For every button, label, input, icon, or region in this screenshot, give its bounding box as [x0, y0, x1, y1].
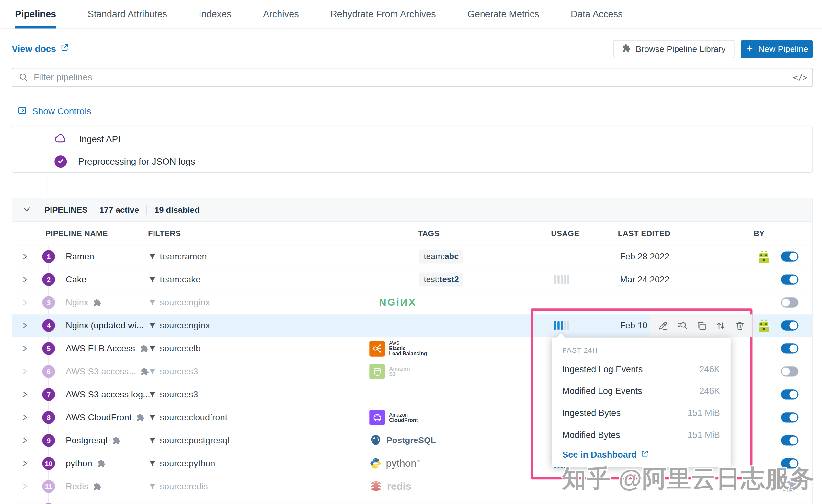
- new-pipeline-label: New Pipeline: [758, 44, 808, 54]
- usage-popup: PAST 24H Ingested Log Events 246KModifie…: [551, 339, 731, 467]
- disabled-count: 19 disabled: [154, 205, 199, 215]
- chevron-down-icon[interactable]: [22, 204, 32, 216]
- pipeline-order-badge: 6: [42, 365, 55, 378]
- view-processors-icon[interactable]: [677, 320, 687, 331]
- tag-chip[interactable]: test:test2: [419, 273, 464, 287]
- view-docs-link[interactable]: View docs: [12, 43, 69, 55]
- log-pipelines-page: PipelinesStandard AttributesIndexesArchi…: [0, 0, 822, 504]
- tab-standard-attributes[interactable]: Standard Attributes: [87, 0, 167, 28]
- pipeline-order-badge: 11: [42, 480, 55, 493]
- filter-funnel-icon: [149, 368, 156, 375]
- usage-bars[interactable]: [554, 321, 569, 330]
- pipeline-table-row[interactable]: 1 Ramen team:ramen team:abc Feb 28 2022: [12, 245, 812, 268]
- pipeline-name: python: [66, 458, 105, 468]
- ingest-api-row[interactable]: Ingest API: [54, 131, 120, 147]
- popup-divider: [562, 445, 720, 445]
- pipeline-name: Nginx (updated wi...: [66, 320, 144, 331]
- chevron-right-icon[interactable]: [21, 276, 29, 284]
- external-link-icon: [641, 450, 649, 460]
- view-docs-label: View docs: [12, 43, 56, 54]
- filter-query-label: source:s3: [160, 389, 198, 399]
- preprocessing-row[interactable]: Preprocessing for JSON logs: [54, 155, 195, 168]
- pipeline-enabled-toggle[interactable]: [781, 297, 798, 308]
- pipeline-enabled-toggle[interactable]: [781, 320, 798, 331]
- tag-chip[interactable]: team:abc: [419, 250, 464, 264]
- clone-icon[interactable]: [696, 320, 706, 331]
- tags-cell: team:abc: [369, 250, 463, 264]
- filter-query-label: source:nginx: [160, 297, 210, 308]
- pipeline-enabled-toggle[interactable]: [781, 481, 798, 491]
- pipeline-name-label: Ramen: [66, 251, 94, 262]
- pipeline-table-row[interactable]: 2 Cake team:cake test:test2 Mar 24 2022: [12, 268, 812, 291]
- pipeline-filter: source:s3: [149, 389, 198, 399]
- tab-data-access[interactable]: Data Access: [571, 0, 623, 28]
- chevron-right-icon[interactable]: [21, 345, 29, 353]
- preprocessing-label: Preprocessing for JSON logs: [78, 156, 195, 167]
- reorder-icon[interactable]: [716, 320, 726, 331]
- usage-bars[interactable]: [554, 275, 569, 284]
- chevron-right-icon[interactable]: [21, 299, 29, 307]
- tab-rehydrate-from-archives[interactable]: Rehydrate From Archives: [330, 0, 436, 28]
- edit-icon[interactable]: [658, 320, 668, 331]
- pipeline-name-label: AWS S3 access...: [66, 366, 136, 376]
- pipeline-enabled-toggle[interactable]: [781, 251, 798, 262]
- tab-indexes[interactable]: Indexes: [198, 0, 231, 28]
- metric-label: Ingested Bytes: [562, 408, 621, 418]
- filter-funnel-icon: [149, 345, 156, 352]
- pipeline-table-row[interactable]: 3 Nginx source:nginx NGiИX: [12, 291, 812, 314]
- popup-metric-row: Ingested Log Events 246K: [562, 358, 720, 380]
- filter-query-label: source:elb: [160, 343, 200, 353]
- delete-icon[interactable]: [735, 320, 745, 331]
- pipeline-enabled-toggle[interactable]: [781, 435, 798, 445]
- tab-generate-metrics[interactable]: Generate Metrics: [467, 0, 539, 28]
- code-view-toggle[interactable]: </>: [788, 68, 812, 86]
- popup-metric-row: Ingested Bytes 151 MiB: [562, 402, 720, 424]
- popup-period-label: PAST 24H: [562, 346, 598, 354]
- new-pipeline-button[interactable]: New Pipeline: [741, 40, 813, 58]
- show-controls-label: Show Controls: [32, 106, 91, 117]
- pipeline-enabled-toggle[interactable]: [781, 275, 798, 285]
- ingest-api-label: Ingest API: [79, 134, 120, 144]
- pipeline-table-row[interactable]: 11 Redis source:redis redis: [12, 475, 812, 498]
- chevron-right-icon[interactable]: [21, 368, 29, 376]
- pipeline-name: AWS CloudFront: [66, 412, 145, 422]
- filter-funnel-icon: [149, 299, 156, 306]
- robot-avatar: [756, 318, 771, 333]
- chevron-right-icon[interactable]: [21, 390, 29, 398]
- pipeline-order-badge: 9: [42, 434, 55, 447]
- external-link-icon: [60, 43, 69, 55]
- pipeline-filter: source:postgresql: [149, 435, 230, 445]
- show-controls-link[interactable]: Show Controls: [17, 106, 91, 118]
- pipeline-enabled-toggle[interactable]: [781, 343, 798, 353]
- pipeline-enabled-toggle[interactable]: [781, 366, 798, 376]
- chevron-right-icon[interactable]: [21, 482, 29, 490]
- filter-pipelines-input[interactable]: [28, 72, 788, 83]
- chevron-right-icon[interactable]: [21, 459, 29, 467]
- nginx-logo: NGiИX: [379, 297, 417, 308]
- pipeline-enabled-toggle[interactable]: [781, 458, 798, 468]
- tab-archives[interactable]: Archives: [263, 0, 299, 28]
- chevron-right-icon[interactable]: [21, 322, 29, 330]
- see-in-dashboard-link[interactable]: See in Dashboard: [562, 450, 649, 460]
- pipeline-name: Redis: [66, 481, 102, 491]
- browse-pipeline-library-button[interactable]: Browse Pipeline Library: [613, 40, 734, 58]
- puzzle-icon: [140, 344, 148, 353]
- chevron-right-icon[interactable]: [21, 436, 29, 444]
- pipeline-enabled-toggle[interactable]: [781, 412, 798, 422]
- filter-query-label: source:nginx: [160, 320, 210, 331]
- pipeline-table-row[interactable]: 12 Redis (for all... source:*redis*: [12, 498, 812, 504]
- chevron-right-icon[interactable]: [21, 413, 29, 421]
- pipeline-filter: source:elb: [149, 343, 200, 353]
- aws-elb-logo: AWSElasticLoad Balancing: [369, 341, 427, 357]
- tab-pipelines[interactable]: Pipelines: [15, 0, 56, 28]
- python-logo: python™: [369, 457, 420, 470]
- puzzle-icon: [136, 413, 145, 422]
- filter-query-label: team:ramen: [160, 251, 207, 262]
- pipeline-name-label: AWS S3 access log...: [66, 389, 150, 399]
- pipelines-panel-header[interactable]: PIPELINES 177 active 19 disabled: [12, 198, 812, 222]
- chevron-right-icon[interactable]: [21, 253, 29, 261]
- tags-cell: AmazonS3: [369, 364, 410, 379]
- filter-query-label: source:cloudfront: [160, 412, 228, 422]
- pipeline-name: Ramen: [66, 251, 94, 262]
- pipeline-enabled-toggle[interactable]: [781, 389, 798, 399]
